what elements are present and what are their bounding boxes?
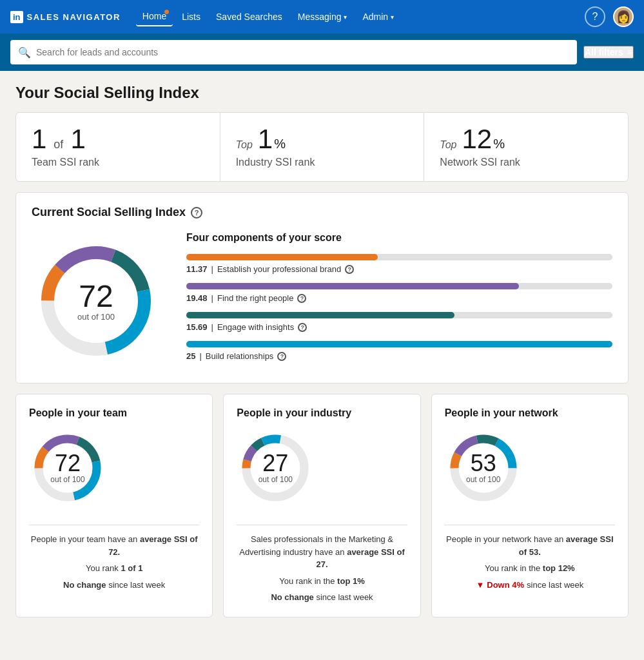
nav-admin[interactable]: Admin ▾: [356, 8, 400, 26]
industry-score-sub: out of 100: [259, 475, 293, 484]
component-label-2: 19.48 | Find the right people ?: [186, 293, 612, 303]
network-card: People in your network 53 out of 100: [431, 394, 629, 617]
rank-value: 12: [462, 126, 492, 153]
component-help-icon-1[interactable]: ?: [345, 265, 354, 274]
bar-fill-1: [186, 254, 378, 260]
search-input-wrap: 🔍: [10, 40, 577, 64]
component-value-2: 19.48: [186, 293, 208, 303]
main-content: Your Social Selling Index 1 of 1 Team SS…: [0, 71, 644, 630]
industry-change: No change since last week: [237, 591, 407, 604]
donut-center: 72 out of 100: [77, 281, 115, 322]
rank-number-row: Top 1 %: [236, 126, 409, 153]
industry-desc: Sales professionals in the Marketing & A…: [237, 533, 407, 571]
component-name-4: Build relationships: [206, 351, 274, 361]
all-filters-button[interactable]: All filters ≡: [583, 46, 634, 59]
network-rank: You rank in the top 12%: [445, 562, 615, 575]
rank-pct-sign: %: [274, 137, 286, 151]
nav-lists[interactable]: Lists: [175, 8, 207, 26]
industry-chart-row: 27 out of 100: [237, 429, 407, 507]
component-value-3: 15.69: [186, 322, 208, 332]
component-help-icon-4[interactable]: ?: [277, 352, 286, 361]
team-chart-row: 72 out of 100: [29, 429, 199, 507]
team-ssi-rank-card: 1 of 1 Team SSI rank: [16, 113, 220, 181]
industry-donut: 27 out of 100: [237, 429, 314, 507]
rank-pct-sign: %: [493, 137, 505, 151]
sales-navigator-text: SALES NAVIGATOR: [27, 12, 121, 22]
avatar[interactable]: 👩: [613, 6, 634, 27]
nav-right: ? 👩: [585, 6, 634, 27]
industry-donut-center: 27 out of 100: [259, 452, 293, 484]
ssi-section-title: Current Social Selling Index ?: [32, 206, 612, 219]
top-label: Top: [236, 139, 253, 151]
component-row-2: 19.48 | Find the right people ?: [186, 283, 612, 303]
component-row-3: 15.69 | Engage with insights ?: [186, 312, 612, 332]
network-score-sub: out of 100: [466, 475, 500, 484]
industry-rank: You rank in the top 1%: [237, 575, 407, 588]
industry-ssi-rank-label: Industry SSI rank: [236, 157, 409, 168]
page-title: Your Social Selling Index: [15, 84, 629, 102]
rank-of-label: of: [50, 138, 66, 151]
rank-numerator: 1: [32, 126, 46, 153]
network-card-title: People in your network: [445, 407, 615, 419]
bottom-cards-row: People in your team 72 out of 100: [15, 394, 629, 617]
help-button[interactable]: ?: [585, 6, 605, 27]
team-change: No change since last week: [29, 579, 199, 592]
component-row-4: 25 | Build relationships ?: [186, 341, 612, 361]
rank-value: 1: [258, 126, 273, 153]
network-desc-plain: People in your network have an: [446, 534, 566, 544]
bar-fill-4: [186, 341, 612, 347]
network-chart-row: 53 out of 100: [445, 429, 615, 507]
team-rank-bold: 1 of 1: [121, 563, 142, 573]
team-divider: [29, 525, 199, 525]
component-name-1: Establish your professional brand: [217, 264, 341, 274]
ssi-components: Four components of your score 11.37 | Es…: [186, 232, 612, 370]
network-change-label: Down 4%: [487, 579, 524, 592]
team-desc: People in your team have an average SSI …: [29, 533, 199, 558]
rank-number-row: Top 12 %: [440, 126, 612, 153]
bar-track-2: [186, 283, 612, 289]
components-title: Four components of your score: [186, 232, 612, 244]
nav-links: Home Lists Saved Searches Messaging ▾ Ad…: [136, 7, 569, 26]
nav-home[interactable]: Home: [136, 7, 173, 26]
nav-saved-searches[interactable]: Saved Searches: [210, 8, 289, 26]
ssi-section: Current Social Selling Index ?: [15, 192, 629, 383]
component-label-1: 11.37 | Establish your professional bran…: [186, 264, 612, 274]
component-help-icon-2[interactable]: ?: [297, 294, 306, 303]
down-arrow-icon: ▼: [476, 579, 484, 592]
team-score-sub: out of 100: [50, 475, 84, 484]
component-name-2: Find the right people: [217, 293, 294, 303]
nav-messaging[interactable]: Messaging ▾: [291, 8, 354, 26]
component-value-4: 25: [186, 351, 195, 361]
bar-fill-2: [186, 283, 519, 289]
network-rank-plain: You rank in the: [485, 563, 543, 573]
bar-track-4: [186, 341, 612, 347]
network-ssi-rank-card: Top 12 % Network SSI rank: [424, 113, 628, 181]
component-name-3: Engage with insights: [217, 322, 294, 332]
team-score: 72: [50, 452, 84, 475]
bar-track-3: [186, 312, 612, 318]
component-row-1: 11.37 | Establish your professional bran…: [186, 254, 612, 274]
component-help-icon-3[interactable]: ?: [298, 323, 307, 332]
bar-track-1: [186, 254, 612, 260]
logo[interactable]: in SALES NAVIGATOR: [10, 11, 121, 23]
rank-denominator: 1: [70, 126, 85, 153]
industry-ssi-rank-card: Top 1 % Industry SSI rank: [220, 113, 425, 181]
industry-rank-plain: You rank in the: [279, 576, 337, 586]
ssi-body: 72 out of 100 Four components of your sc…: [32, 232, 612, 370]
network-desc: People in your network have an average S…: [445, 533, 615, 558]
team-rank: You rank 1 of 1: [29, 562, 199, 575]
network-donut-center: 53 out of 100: [466, 452, 500, 484]
filters-icon: ≡: [627, 47, 632, 57]
component-value-1: 11.37: [186, 264, 208, 274]
search-input[interactable]: [36, 47, 569, 57]
ssi-help-icon[interactable]: ?: [191, 207, 202, 218]
chevron-down-icon: ▾: [344, 14, 347, 21]
industry-rank-bold: top 1%: [337, 576, 365, 586]
team-change-label: No change: [63, 580, 106, 590]
industry-card-title: People in your industry: [237, 407, 407, 419]
team-card: People in your team 72 out of 100: [15, 394, 213, 617]
team-donut: 72 out of 100: [29, 429, 106, 507]
network-rank-bold: top 12%: [543, 563, 575, 573]
all-filters-label: All filters: [585, 47, 623, 57]
network-ssi-rank-label: Network SSI rank: [440, 157, 612, 168]
